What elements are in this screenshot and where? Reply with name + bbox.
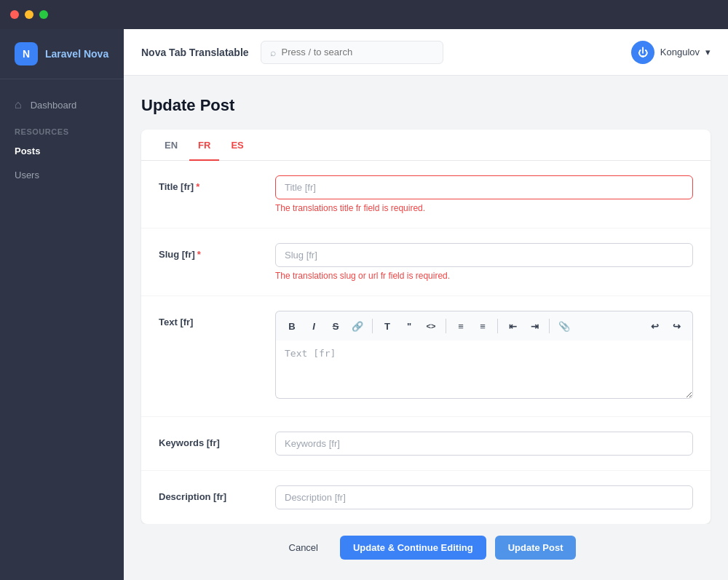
toolbar-divider-4	[549, 319, 550, 333]
update-post-button[interactable]: Update Post	[495, 536, 577, 560]
chevron-down-icon: ▾	[705, 47, 711, 57]
user-name: Kongulov	[660, 47, 700, 57]
indent-right-button[interactable]: ⇥	[524, 316, 545, 336]
sidebar: N Laravel Nova ⌂ Dashboard Resources Pos…	[0, 29, 124, 580]
minimize-button[interactable]	[25, 10, 33, 19]
sidebar-item-dashboard[interactable]: ⌂ Dashboard	[0, 91, 124, 119]
tab-fr[interactable]: FR	[189, 130, 219, 161]
maximize-button[interactable]	[39, 10, 48, 19]
title-field: The translations title fr field is requi…	[275, 175, 693, 213]
attachment-icon: 📎	[558, 321, 570, 332]
cancel-button[interactable]: Cancel	[276, 536, 331, 560]
text-label: Text [fr]	[159, 311, 275, 327]
description-label: Description [fr]	[159, 485, 275, 502]
home-icon: ⌂	[15, 98, 22, 111]
update-continue-button[interactable]: Update & Continue Editing	[340, 536, 486, 560]
sidebar-nav: ⌂ Dashboard Resources Posts Users	[0, 79, 124, 199]
keywords-field-row: Keywords [fr]	[141, 417, 711, 471]
slug-field-row: Slug [fr]* The translations slug or url …	[141, 229, 711, 296]
italic-button[interactable]: I	[304, 316, 324, 336]
link-button[interactable]: 🔗	[347, 316, 368, 336]
slug-required: *	[197, 249, 201, 260]
search-icon: ⌕	[270, 47, 276, 58]
logo-text: Laravel Nova	[45, 48, 108, 60]
user-menu[interactable]: ⏻ Kongulov ▾	[631, 41, 711, 64]
title-field-row: Title [fr]* The translations title fr fi…	[141, 161, 711, 229]
logo-icon: N	[15, 42, 38, 65]
tab-es[interactable]: ES	[222, 130, 252, 161]
sidebar-item-posts[interactable]: Posts	[0, 139, 124, 163]
text-field-row: Text [fr] B I S 🔗 T " <>	[141, 296, 711, 417]
description-input[interactable]	[275, 485, 693, 509]
keywords-label: Keywords [fr]	[159, 432, 275, 448]
toolbar-divider-1	[372, 319, 373, 333]
link-icon: 🔗	[352, 321, 363, 332]
code-button[interactable]: <>	[421, 316, 441, 336]
slug-input[interactable]	[275, 243, 693, 267]
header-search[interactable]: ⌕	[261, 41, 444, 64]
sidebar-logo: N Laravel Nova	[0, 29, 124, 79]
toolbar-divider-3	[497, 319, 498, 333]
title-label: Title [fr]*	[159, 175, 275, 192]
indent-right-icon: ⇥	[531, 321, 539, 332]
search-input[interactable]	[282, 47, 435, 57]
title-error: The translations title fr field is requi…	[275, 203, 693, 213]
sidebar-item-users[interactable]: Users	[0, 163, 124, 187]
right-side: Nova Tab Translatable ⌕ ⏻ Kongulov ▾ Upd…	[124, 29, 728, 580]
toolbar-divider-2	[446, 319, 446, 333]
undo-icon: ↩	[651, 321, 659, 332]
language-tabs: EN FR ES	[141, 130, 711, 161]
slug-field: The translations slug or url fr field is…	[275, 243, 693, 281]
indent-left-icon: ⇤	[509, 321, 517, 332]
description-field-row: Description [fr]	[141, 471, 711, 524]
bold-button[interactable]: B	[282, 316, 302, 336]
content-area: Update Post EN FR ES Title [fr]*	[124, 76, 728, 580]
attachment-button[interactable]: 📎	[554, 316, 574, 336]
bullet-list-icon: ≡	[458, 321, 464, 332]
title-required: *	[196, 181, 199, 192]
header-title: Nova Tab Translatable	[141, 47, 249, 58]
header: Nova Tab Translatable ⌕ ⏻ Kongulov ▾	[124, 29, 728, 76]
indent-left-button[interactable]: ⇤	[502, 316, 523, 336]
keywords-field	[275, 432, 693, 456]
undo-button[interactable]: ↩	[644, 316, 665, 336]
rich-text-toolbar: B I S 🔗 T " <> ≡ ≡	[275, 311, 693, 341]
app: N Laravel Nova ⌂ Dashboard Resources Pos…	[0, 29, 728, 580]
title-bar	[0, 0, 728, 29]
bullet-list-button[interactable]: ≡	[451, 316, 471, 336]
page-title: Update Post	[141, 96, 711, 115]
resources-section-header: Resources	[0, 119, 124, 139]
form-card: EN FR ES Title [fr]* The translations ti…	[141, 130, 711, 524]
title-input[interactable]	[275, 175, 693, 199]
description-field	[275, 485, 693, 509]
close-button[interactable]	[10, 10, 19, 19]
text-textarea[interactable]	[275, 341, 693, 399]
ordered-list-icon: ≡	[480, 321, 486, 332]
slug-label: Slug [fr]*	[159, 243, 275, 260]
ordered-list-button[interactable]: ≡	[472, 316, 493, 336]
blockquote-button[interactable]: "	[399, 316, 419, 336]
text-field: B I S 🔗 T " <> ≡ ≡	[275, 311, 693, 402]
user-avatar: ⏻	[631, 41, 654, 64]
redo-icon: ↪	[673, 321, 681, 332]
site-footer: Laravel Nova · © 2020 Laravel LLC · By T…	[141, 571, 711, 580]
footer-actions: Cancel Update & Continue Editing Update …	[141, 524, 711, 571]
heading-button[interactable]: T	[377, 316, 397, 336]
tab-en[interactable]: EN	[156, 130, 186, 161]
strikethrough-button[interactable]: S	[325, 316, 346, 336]
content-body: Update Post EN FR ES Title [fr]*	[124, 76, 728, 580]
slug-error: The translations slug or url fr field is…	[275, 271, 693, 281]
keywords-input[interactable]	[275, 432, 693, 456]
redo-button[interactable]: ↪	[666, 316, 687, 336]
